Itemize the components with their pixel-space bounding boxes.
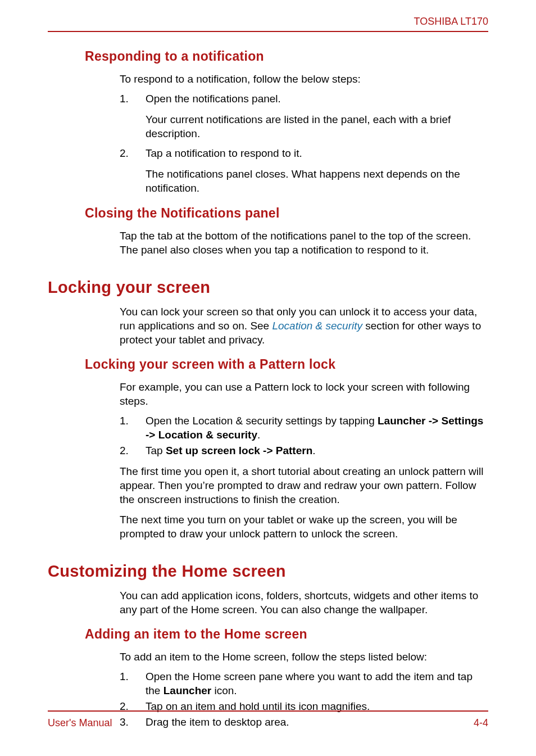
pattern-step2-bold: Set up screen lock -> Pattern — [166, 445, 312, 456]
header-divider — [48, 31, 488, 32]
heading-locking: Locking your screen — [48, 278, 488, 297]
link-location-security[interactable]: Location & security — [272, 320, 362, 332]
adding-intro: To add an item to the Home screen, follo… — [120, 650, 488, 664]
list-item: 2. Tap Set up screen lock -> Pattern. — [120, 443, 488, 458]
responding-step1-sub: Your current notifications are listed in… — [146, 112, 488, 141]
list-number: 1. — [120, 414, 146, 442]
pattern-step1-post: . — [257, 429, 260, 441]
list-item: 1. Open the Home screen pane where you w… — [120, 669, 488, 698]
list-number: 1. — [120, 669, 146, 698]
pattern-para3: The next time you turn on your tablet or… — [120, 513, 488, 541]
responding-step2-sub: The notifications panel closes. What hap… — [146, 167, 488, 195]
heading-pattern: Locking your screen with a Pattern lock — [85, 357, 488, 372]
list-body: Tap Set up screen lock -> Pattern. — [146, 443, 488, 458]
list-number: 2. — [120, 443, 146, 458]
footer-manual-label: User's Manual — [48, 717, 112, 729]
list-number: 1. — [120, 92, 146, 106]
list-body: Open the Home screen pane where you want… — [146, 669, 488, 698]
pattern-step1-pre: Open the Location & security settings by… — [146, 415, 378, 427]
page-footer: User's Manual 4-4 — [48, 710, 488, 729]
list-item: 1. Open the Location & security settings… — [120, 414, 488, 442]
list-body: Tap a notification to respond to it. — [146, 146, 488, 160]
pattern-para2: The first time you open it, a short tuto… — [120, 464, 488, 506]
pattern-step2-pre: Tap — [146, 445, 166, 456]
heading-adding: Adding an item to the Home screen — [85, 627, 488, 642]
list-item: 1. Open the notifications panel. — [120, 92, 488, 106]
list-item: 2. Tap a notification to respond to it. — [120, 146, 488, 160]
footer-row: User's Manual 4-4 — [48, 717, 488, 729]
heading-customizing: Customizing the Home screen — [48, 562, 488, 581]
list-number: 2. — [120, 146, 146, 160]
header-product-label: TOSHIBA LT170 — [48, 16, 488, 28]
list-body: Open the Location & security settings by… — [146, 414, 488, 442]
responding-list: 1. Open the notifications panel. — [120, 92, 488, 106]
responding-intro: To respond to a notification, follow the… — [120, 72, 488, 86]
pattern-step2-post: . — [312, 445, 315, 456]
heading-responding: Responding to a notification — [85, 49, 488, 64]
adding-step1-bold: Launcher — [163, 685, 212, 696]
locking-body: You can lock your screen so that only yo… — [120, 305, 488, 347]
adding-step1-post: icon. — [211, 685, 237, 696]
list-body: Open the notifications panel. — [146, 92, 488, 106]
footer-page-number: 4-4 — [474, 717, 488, 729]
customizing-body: You can add application icons, folders, … — [120, 588, 488, 617]
heading-closing: Closing the Notifications panel — [85, 206, 488, 221]
closing-body: Tap the tab at the bottom of the notific… — [120, 229, 488, 257]
pattern-list: 1. Open the Location & security settings… — [120, 414, 488, 458]
responding-list: 2. Tap a notification to respond to it. — [120, 146, 488, 160]
footer-divider — [48, 710, 488, 712]
pattern-intro: For example, you can use a Pattern lock … — [120, 380, 488, 408]
